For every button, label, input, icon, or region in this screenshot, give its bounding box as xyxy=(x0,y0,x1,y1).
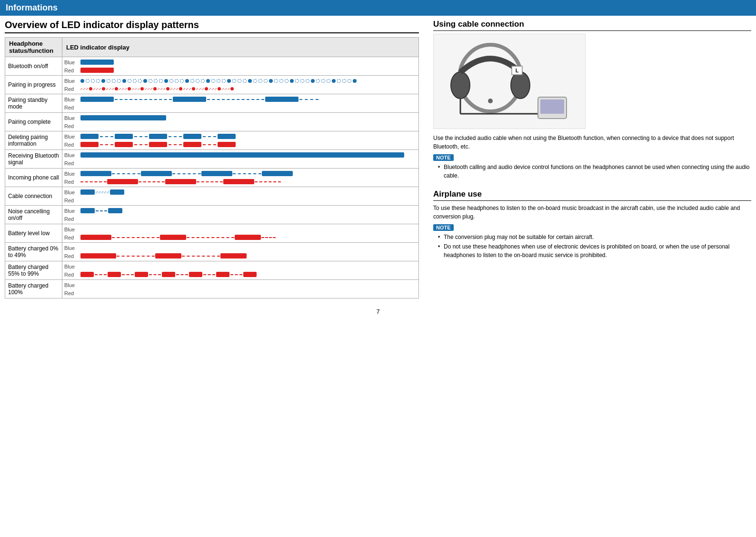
page-number: 7 xyxy=(376,308,379,315)
cable-note-badge: NOTE xyxy=(433,154,454,161)
status-label: Pairing standby mode xyxy=(5,94,62,113)
status-label: Pairing in progress xyxy=(5,76,62,94)
status-label: Bluetooth on/off xyxy=(5,57,62,76)
header-title: Informations xyxy=(6,3,58,12)
table-row: Battery charged 0% to 49% Blue Red xyxy=(5,243,419,261)
list-item: The conversion plug may not be suitable … xyxy=(438,233,751,241)
svg-text:L: L xyxy=(516,68,519,73)
table-row: Pairing in progress Blue xyxy=(5,76,419,94)
table-row: Pairing standby mode Blue xyxy=(5,94,419,113)
status-label: Battery charged 55% to 99% xyxy=(5,261,62,280)
table-row: Receiving Bluetooth signal Blue Red xyxy=(5,150,419,169)
indicator-cell: Blue Red xyxy=(62,206,419,224)
col-header-status: Headphone status/function xyxy=(5,38,62,57)
page-footer: 7 xyxy=(0,308,756,320)
header-bar: Informations xyxy=(0,0,756,16)
indicator-cell: Blue Red xyxy=(62,261,419,280)
svg-point-2 xyxy=(511,72,530,99)
table-row: Battery level low Blue Red xyxy=(5,224,419,243)
indicator-cell: Blue Red xyxy=(62,169,419,187)
status-label: Cable connection xyxy=(5,187,62,206)
svg-point-1 xyxy=(451,72,470,99)
list-item: Bluetooth calling and audio device contr… xyxy=(438,163,751,180)
table-row: Pairing complete Blue Red xyxy=(5,113,419,131)
airplane-note-badge: NOTE xyxy=(433,224,454,231)
status-label: Incoming phone call xyxy=(5,169,62,187)
list-item: Do not use these headphones when use of … xyxy=(438,242,751,259)
status-label: Receiving Bluetooth signal xyxy=(5,150,62,169)
svg-point-9 xyxy=(488,99,493,103)
indicator-cell: Blue Red xyxy=(62,57,419,76)
table-row: Battery charged 55% to 99% Blue Red xyxy=(5,261,419,280)
airplane-bullets: The conversion plug may not be suitable … xyxy=(433,233,751,259)
indicator-cell: Blue Red xyxy=(62,187,419,206)
cable-section: Using cable connection xyxy=(433,20,751,180)
status-label: Noise cancelling on/off xyxy=(5,206,62,224)
status-label: Battery charged 100% xyxy=(5,280,62,298)
left-panel: Overview of LED indicator display patter… xyxy=(5,20,419,298)
indicator-cell: Blue Red xyxy=(62,94,419,113)
airplane-body-text: To use these headphones to listen to the… xyxy=(433,204,751,221)
led-table: Headphone status/function LED indicator … xyxy=(5,37,419,298)
indicator-cell: Blue Red xyxy=(62,150,419,169)
indicator-cell: Blue xyxy=(62,131,419,150)
status-label: Battery level low xyxy=(5,224,62,243)
indicator-cell: Blue Red xyxy=(62,243,419,261)
left-section-title: Overview of LED indicator display patter… xyxy=(5,20,419,33)
headphone-svg: L xyxy=(443,40,576,123)
airplane-section: Airplane use To use these headphones to … xyxy=(433,189,751,259)
indicator-cell: Blue Red xyxy=(62,113,419,131)
table-row: Battery charged 100% Blue Red xyxy=(5,280,419,298)
airplane-section-title: Airplane use xyxy=(433,189,751,201)
indicator-cell: Blue Red xyxy=(62,224,419,243)
indicator-cell: Blue Red xyxy=(62,280,419,298)
cable-bullets: Bluetooth calling and audio device contr… xyxy=(433,163,751,180)
table-row: Deleting pairing information Blue xyxy=(5,131,419,150)
status-label: Deleting pairing information xyxy=(5,131,62,150)
svg-rect-6 xyxy=(540,99,564,114)
cable-section-title: Using cable connection xyxy=(433,20,751,31)
col-header-indicator: LED indicator display xyxy=(62,38,419,57)
status-label: Pairing complete xyxy=(5,113,62,131)
right-panel: Using cable connection xyxy=(428,20,751,298)
headphone-image: L xyxy=(433,34,586,129)
table-row: Noise cancelling on/off Blue Red xyxy=(5,206,419,224)
status-label: Battery charged 0% to 49% xyxy=(5,243,62,261)
table-row: Incoming phone call Blue xyxy=(5,169,419,187)
cable-body-text: Use the included audio cable when not us… xyxy=(433,134,751,151)
table-row: Cable connection Blue xyxy=(5,187,419,206)
table-row: Bluetooth on/off Blue Red xyxy=(5,57,419,76)
indicator-cell: Blue xyxy=(62,76,419,94)
